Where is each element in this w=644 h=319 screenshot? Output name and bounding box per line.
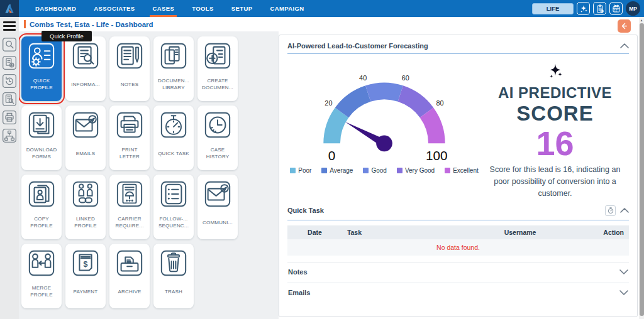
gauge-legend: Poor Average Good Very Good Excellent: [290, 167, 479, 174]
carrier-document-icon: [115, 180, 144, 208]
document-magnifier-icon: [71, 41, 100, 70]
tile-download-forms[interactable]: DOWNLOAD FORMS: [21, 105, 62, 170]
tile-copy-profile[interactable]: COPY PROFILE: [21, 175, 62, 239]
nav-item-tools[interactable]: TOOLS: [183, 0, 223, 17]
tile-print-letter[interactable]: PRINT LETTER: [109, 105, 150, 170]
logo-icon: [3, 3, 16, 15]
sparkles-icon: [579, 4, 589, 14]
svg-text:80: 80: [436, 99, 444, 107]
sidebar-fax-button[interactable]: [2, 110, 17, 125]
stopwatch-icon: [606, 206, 615, 215]
search-icon: [2, 37, 17, 52]
back-button[interactable]: [618, 19, 631, 33]
expand-emails-button[interactable]: [619, 290, 628, 295]
trash-icon: [159, 249, 188, 278]
forecast-title: AI-Powered Lead-to-Customer Forecasting: [287, 42, 428, 50]
nav-item-dashboard[interactable]: DASHBOARD: [26, 0, 85, 17]
clipboard-add-button[interactable]: [593, 2, 606, 15]
breadcrumb-bar: Combs Test, Esta - Life - Dashboard: [19, 17, 639, 31]
legend-swatch: [397, 168, 402, 173]
column-action: Action: [591, 225, 629, 239]
tile-label: PRINT LETTER: [109, 145, 150, 163]
tile-notes[interactable]: NOTES: [109, 36, 150, 101]
tile-label: QUICK TASK: [156, 145, 191, 163]
breadcrumb-accent: [24, 20, 26, 28]
nav-menu: DASHBOARD ASSOCIATES CASES TOOLS SETUP C…: [26, 0, 313, 17]
scroll-up-arrow-icon[interactable]: ▲: [639, 17, 644, 23]
tile-trash[interactable]: TRASH: [153, 244, 194, 308]
quick-task-section-header[interactable]: Quick Task: [287, 200, 629, 216]
score-description: Score for this lead is 16, indicating an…: [481, 164, 629, 200]
chevron-up-icon: [620, 43, 629, 48]
app-logo[interactable]: [0, 0, 19, 17]
archive-drawer-icon: [115, 249, 144, 278]
expand-notes-button[interactable]: [619, 269, 628, 274]
notes-section-header[interactable]: Notes: [287, 262, 629, 281]
tile-label: INFORMA...: [69, 76, 102, 94]
scrollbar-thumb[interactable]: [640, 23, 644, 316]
tile-quick-task[interactable]: QUICK TASK: [153, 105, 194, 170]
checklist-icon: [159, 180, 188, 208]
tile-archive[interactable]: ARCHIVE: [109, 244, 150, 308]
tile-merge-profile[interactable]: MERGE PROFILE: [21, 244, 62, 308]
tile-create-document[interactable]: CREATE DOCUMEN...: [197, 36, 238, 101]
envelope-send-icon: [71, 111, 100, 139]
legend-label: Average: [330, 167, 353, 174]
tile-case-history[interactable]: CASE HISTORY: [197, 105, 238, 170]
collapse-quick-task-button[interactable]: [620, 208, 629, 213]
tile-payment[interactable]: PAYMENT: [65, 244, 106, 308]
tile-grid: QUICK PROFILE INFORMA... NOTES DOCUMEN..…: [19, 31, 279, 308]
calendar-button[interactable]: [609, 2, 623, 15]
legend-label: Very Good: [405, 167, 435, 174]
merge-people-icon: [27, 249, 56, 278]
svg-text:100: 100: [426, 148, 448, 163]
sparkles-button[interactable]: [577, 2, 590, 15]
tile-quick-profile[interactable]: QUICK PROFILE: [21, 36, 62, 101]
tile-label: DOCUMEN... LIBRARY: [153, 76, 194, 94]
sidebar-search-button[interactable]: [2, 37, 17, 52]
emails-section-header[interactable]: Emails: [287, 283, 629, 302]
user-avatar[interactable]: MP: [626, 1, 640, 16]
tile-carrier-requirements[interactable]: CARRIER REQUIRE...: [109, 175, 150, 239]
forecast-section-header[interactable]: AI-Powered Lead-to-Customer Forecasting: [287, 35, 629, 50]
svg-text:60: 60: [402, 74, 409, 82]
nav-item-campaign[interactable]: CAMPAIGN: [261, 0, 313, 17]
score-gauge-chart: 204060800100: [291, 59, 477, 165]
person-gear-icon: [27, 41, 56, 70]
document-plus-icon: [203, 41, 232, 70]
nav-item-associates[interactable]: ASSOCIATES: [85, 0, 143, 17]
svg-text:40: 40: [359, 74, 367, 82]
tile-information[interactable]: INFORMA...: [65, 36, 106, 101]
tile-communication[interactable]: COMMUNI...: [197, 175, 238, 239]
sidebar-document-add-button[interactable]: [2, 55, 17, 70]
nav-item-setup[interactable]: SETUP: [223, 0, 262, 17]
chevron-down-icon: [619, 269, 628, 274]
tile-document-library[interactable]: DOCUMEN... LIBRARY: [153, 36, 194, 101]
hamburger-menu-icon[interactable]: [3, 21, 16, 31]
notes-title: Notes: [288, 268, 308, 276]
tile-followup-sequence[interactable]: FOLLOW-... SEQUENC...: [153, 175, 194, 239]
sidebar-document-search-button[interactable]: [2, 92, 17, 107]
legend-item-very-good: Very Good: [397, 167, 435, 174]
emails-title: Emails: [288, 289, 310, 296]
collapse-forecast-button[interactable]: [620, 43, 629, 48]
tile-linked-profile[interactable]: LINKED PROFILE: [65, 175, 106, 239]
payment-receipt-icon: [71, 249, 100, 278]
nav-item-cases[interactable]: CASES: [143, 0, 183, 17]
legend-item-good: Good: [363, 167, 386, 174]
add-quick-task-button[interactable]: [605, 205, 616, 216]
tile-label: TRASH: [163, 283, 184, 301]
sidebar-workflow-button[interactable]: [2, 128, 17, 143]
tile-label: COMMUNI...: [201, 214, 235, 232]
sidebar-history-button[interactable]: [2, 73, 17, 89]
svg-text:20: 20: [325, 99, 332, 107]
tile-emails[interactable]: EMAILS: [65, 105, 106, 170]
life-button[interactable]: LIFE: [532, 3, 574, 14]
linked-people-icon: [71, 180, 100, 208]
breadcrumb: Combs Test, Esta - Life - Dashboard: [30, 21, 153, 28]
legend-item-excellent: Excellent: [445, 167, 479, 174]
tile-label: QUICK PROFILE: [21, 76, 62, 94]
tile-label: CASE HISTORY: [197, 145, 238, 163]
printer-icon: [115, 111, 144, 139]
app-window: DASHBOARD ASSOCIATES CASES TOOLS SETUP C…: [0, 0, 644, 319]
